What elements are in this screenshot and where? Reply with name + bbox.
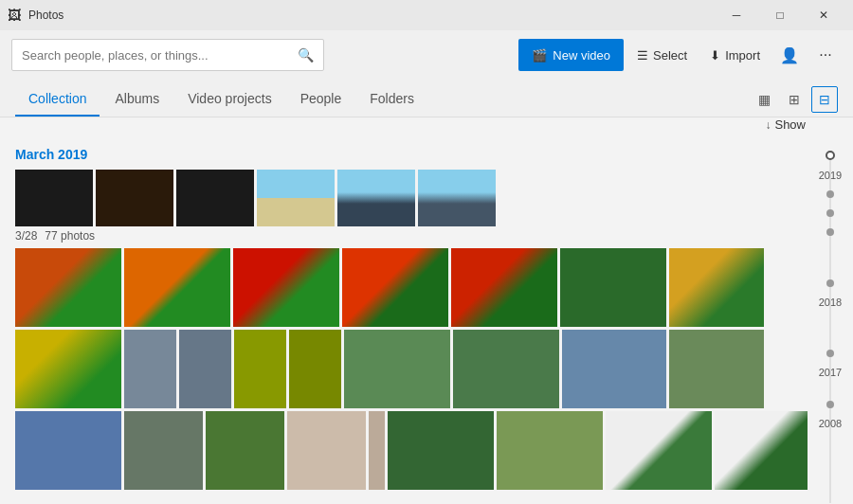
select-icon: ☰	[637, 48, 648, 63]
photo-thumb[interactable]	[206, 411, 284, 490]
photo-thumb[interactable]	[124, 330, 176, 408]
timeline-dot-mid2[interactable]	[826, 209, 834, 217]
subheader-count: 77 photos	[45, 229, 95, 243]
tab-albums[interactable]: Albums	[101, 82, 172, 117]
main-content: March 2019 3/28 77 photos	[0, 135, 853, 504]
minimize-button[interactable]: ─	[715, 0, 758, 30]
photo-row-top	[15, 170, 792, 226]
photo-thumb[interactable]	[606, 411, 712, 490]
view-detail-button[interactable]: ⊟	[811, 86, 838, 113]
timeline-dot-2019[interactable]	[826, 151, 835, 160]
photo-thumb[interactable]	[96, 170, 173, 226]
photo-thumb[interactable]	[337, 170, 415, 226]
photo-thumb[interactable]	[289, 330, 341, 408]
nav-tabs: Collection Albums Video projects People …	[0, 80, 853, 117]
view-controls: ▦ ⊞ ⊟	[751, 86, 838, 117]
timeline-dot-mid1[interactable]	[826, 190, 834, 198]
profile-button[interactable]: 👤	[773, 39, 806, 71]
timeline-line	[830, 154, 831, 503]
search-box[interactable]: 🔍	[11, 39, 324, 71]
photo-area: March 2019 3/28 77 photos	[0, 135, 808, 504]
timeline-dot-mid6[interactable]	[826, 401, 834, 408]
subheader-date: 3/28	[15, 229, 37, 243]
app-title: Photos	[28, 9, 64, 22]
toolbar: 🔍 🎬 New video ☰ Select ⬇ Import 👤 ···	[0, 30, 853, 80]
video-icon: 🎬	[532, 48, 547, 63]
flower-row-1	[15, 248, 792, 327]
search-icon[interactable]: 🔍	[298, 47, 314, 63]
photo-thumb[interactable]	[176, 170, 254, 226]
photo-thumb[interactable]	[287, 411, 366, 490]
search-input[interactable]	[22, 48, 298, 63]
photo-thumb[interactable]	[418, 170, 496, 226]
photo-thumb[interactable]	[715, 411, 808, 490]
photo-thumb[interactable]	[451, 248, 557, 327]
show-label[interactable]: Show	[774, 117, 806, 132]
photo-thumb[interactable]	[124, 411, 203, 490]
more-options-button[interactable]: ···	[809, 39, 842, 71]
timeline-sidebar: 2019 2018 2017 2008	[808, 135, 853, 504]
photo-thumb[interactable]	[453, 330, 559, 408]
toolbar-actions: 🎬 New video ☰ Select ⬇ Import 👤 ···	[518, 39, 842, 71]
photo-thumb[interactable]	[342, 248, 448, 327]
maximize-button[interactable]: □	[758, 0, 802, 30]
photo-thumb[interactable]	[15, 170, 93, 226]
photo-thumb[interactable]	[179, 330, 231, 408]
timeline-dot-mid4[interactable]	[826, 279, 834, 287]
title-bar: 🖼 Photos ─ □ ✕	[0, 0, 853, 30]
photo-thumb[interactable]	[15, 411, 121, 490]
photo-thumb[interactable]	[15, 248, 121, 327]
photo-thumb[interactable]	[497, 411, 603, 490]
photo-thumb[interactable]	[124, 248, 230, 327]
section-date-label: March 2019	[15, 147, 792, 162]
photo-thumb[interactable]	[669, 330, 764, 408]
view-large-button[interactable]: ⊞	[781, 86, 808, 113]
timeline-year-2008[interactable]: 2008	[819, 418, 842, 429]
timeline-year-2018[interactable]: 2018	[819, 297, 842, 308]
mixed-row-3	[15, 411, 792, 490]
timeline-year-2019[interactable]: 2019	[819, 170, 842, 181]
close-button[interactable]: ✕	[802, 0, 845, 30]
photo-group-march-2019: March 2019 3/28 77 photos	[15, 147, 792, 490]
new-video-button[interactable]: 🎬 New video	[518, 39, 624, 71]
photo-thumb[interactable]	[669, 248, 764, 327]
timeline-dot-mid5[interactable]	[826, 350, 834, 357]
photo-thumb[interactable]	[344, 330, 450, 408]
tab-video-projects[interactable]: Video projects	[174, 82, 284, 117]
view-grid-button[interactable]: ▦	[751, 86, 777, 113]
tab-people[interactable]: People	[287, 82, 355, 117]
photo-thumb[interactable]	[234, 330, 286, 408]
photo-thumb[interactable]	[15, 330, 121, 408]
mixed-row-2	[15, 330, 792, 408]
sort-icon: ↓	[765, 118, 771, 132]
photo-thumb[interactable]	[233, 248, 339, 327]
photo-thumb[interactable]	[388, 411, 494, 490]
timeline-dot-mid3[interactable]	[826, 228, 834, 236]
photo-thumb[interactable]	[562, 330, 666, 408]
show-row: ↓ Show	[0, 117, 853, 132]
select-button[interactable]: ☰ Select	[627, 39, 697, 71]
app-title-area: 🖼 Photos	[8, 8, 64, 23]
import-icon: ⬇	[710, 48, 720, 63]
photo-thumb[interactable]	[369, 411, 385, 490]
window-controls: ─ □ ✕	[715, 0, 845, 30]
photo-thumb[interactable]	[560, 248, 666, 327]
timeline-year-2017[interactable]: 2017	[819, 367, 842, 378]
photo-thumb[interactable]	[257, 170, 335, 226]
tab-folders[interactable]: Folders	[356, 82, 427, 117]
photo-subheader: 3/28 77 photos	[15, 229, 792, 243]
nav-tabs-list: Collection Albums Video projects People …	[15, 82, 429, 117]
import-button[interactable]: ⬇ Import	[700, 39, 770, 71]
tab-collection[interactable]: Collection	[15, 82, 100, 117]
